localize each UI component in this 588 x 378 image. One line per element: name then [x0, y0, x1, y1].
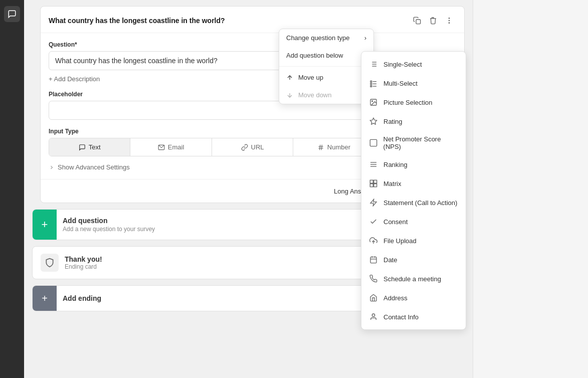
question-title: What country has the longest coastline i… [49, 17, 225, 25]
input-type-email[interactable]: Email [130, 138, 212, 156]
type-address[interactable]: Address [361, 288, 466, 307]
add-ending-title: Add ending [63, 294, 101, 302]
thank-you-text: Thank you! Ending card [65, 255, 404, 270]
question-card: What country has the longest coastline i… [40, 6, 465, 203]
move-down-item[interactable]: Move down [279, 86, 373, 104]
add-question-below-label: Add question below [286, 52, 343, 59]
type-ranking[interactable]: Ranking [361, 155, 466, 174]
type-schedule-meeting-label: Schedule a meeting [383, 275, 441, 283]
delete-button[interactable] [426, 14, 440, 28]
single-select-icon [368, 59, 378, 69]
add-ending-plus-label: + [42, 293, 48, 304]
rating-icon [368, 116, 378, 126]
svg-point-40 [372, 314, 374, 316]
svg-point-24 [372, 101, 373, 102]
type-matrix[interactable]: Matrix [361, 174, 466, 193]
nps-icon [368, 138, 378, 148]
add-description-label: + Add Description [49, 75, 100, 83]
thank-you-icon [41, 254, 59, 272]
file-upload-icon [368, 236, 378, 246]
add-question-text: Add question Add a new question to your … [63, 211, 155, 239]
context-menu: Change question type › Add question belo… [279, 29, 374, 104]
sidebar-chat-icon[interactable] [4, 6, 20, 22]
date-icon [368, 255, 378, 265]
add-question-plus-label: + [42, 218, 48, 231]
type-contact-info-label: Contact Info [383, 313, 419, 321]
svg-line-8 [321, 144, 322, 150]
svg-point-2 [449, 20, 449, 21]
multi-select-icon [368, 78, 378, 88]
more-options-button[interactable] [442, 14, 456, 28]
type-contact-info[interactable]: Contact Info [361, 307, 466, 326]
svg-rect-21 [370, 86, 372, 87]
type-multi-select-label: Multi-Select [383, 80, 418, 87]
svg-rect-31 [374, 180, 377, 183]
type-ranking-label: Ranking [383, 161, 408, 168]
address-icon [368, 293, 378, 303]
type-date-label: Date [383, 256, 397, 264]
type-multi-select[interactable]: Multi-Select [361, 74, 466, 93]
question-actions [410, 14, 456, 28]
svg-rect-0 [416, 20, 421, 24]
question-header: What country has the longest coastline i… [41, 7, 464, 33]
type-file-upload[interactable]: File Upload [361, 231, 466, 250]
type-picture-selection[interactable]: Picture Selection [361, 93, 466, 112]
type-single-select[interactable]: Single-Select [361, 55, 466, 74]
center-panel: What country has the longest coastline i… [24, 0, 473, 378]
input-type-email-label: Email [168, 143, 184, 151]
svg-rect-17 [370, 81, 372, 82]
input-type-text-label: Text [89, 143, 101, 151]
thank-you-title: Thank you! [65, 255, 404, 263]
ranking-icon [368, 159, 378, 169]
svg-marker-25 [370, 118, 376, 124]
schedule-meeting-icon [368, 274, 378, 284]
input-type-url[interactable]: URL [212, 138, 293, 156]
add-question-plus-button[interactable]: + [33, 210, 57, 240]
svg-point-3 [449, 23, 449, 23]
add-question-subtitle: Add a new question to your survey [63, 226, 155, 233]
type-rating[interactable]: Rating [361, 112, 466, 131]
type-address-label: Address [383, 294, 408, 302]
svg-rect-19 [370, 83, 372, 85]
svg-rect-26 [370, 139, 376, 146]
svg-rect-30 [370, 180, 373, 183]
input-type-text[interactable]: Text [49, 138, 130, 156]
type-matrix-label: Matrix [383, 180, 401, 187]
change-question-type-item[interactable]: Change question type › [279, 29, 373, 47]
svg-rect-32 [370, 184, 373, 187]
type-date[interactable]: Date [361, 250, 466, 269]
picture-selection-icon [368, 97, 378, 107]
menu-divider [279, 66, 373, 67]
type-nps-label: Net Promoter Score (NPS) [383, 135, 459, 150]
statement-icon [368, 198, 378, 208]
type-rating-label: Rating [383, 118, 403, 125]
duplicate-button[interactable] [410, 14, 424, 28]
type-schedule-meeting[interactable]: Schedule a meeting [361, 269, 466, 288]
add-ending-plus-button[interactable]: + [33, 286, 57, 311]
move-up-label: Move up [298, 74, 323, 81]
move-down-label: Move down [298, 91, 331, 99]
type-statement[interactable]: Statement (Call to Action) [361, 193, 466, 212]
advanced-settings-label: Show Advanced Settings [58, 163, 130, 171]
move-up-item[interactable]: Move up [279, 69, 373, 86]
type-consent[interactable]: Consent [361, 212, 466, 231]
input-type-number-label: Number [327, 143, 350, 151]
thank-you-subtitle: Ending card [65, 263, 404, 270]
type-picture-selection-label: Picture Selection [383, 99, 433, 106]
left-sidebar [0, 0, 24, 378]
type-single-select-label: Single-Select [383, 61, 422, 68]
change-question-type-label: Change question type [286, 34, 349, 42]
svg-line-7 [319, 144, 320, 150]
matrix-icon [368, 178, 378, 188]
question-type-panel: Single-Select Multi-Select Picture Selec… [361, 51, 466, 330]
svg-rect-36 [370, 257, 376, 263]
type-statement-label: Statement (Call to Action) [383, 199, 457, 207]
type-nps[interactable]: Net Promoter Score (NPS) [361, 131, 466, 155]
svg-marker-34 [370, 199, 376, 206]
svg-rect-33 [374, 184, 377, 187]
input-type-url-label: URL [251, 143, 264, 151]
add-question-below-item[interactable]: Add question below › [279, 47, 373, 64]
svg-point-1 [449, 18, 449, 19]
contact-info-icon [368, 312, 378, 322]
consent-icon [368, 217, 378, 227]
